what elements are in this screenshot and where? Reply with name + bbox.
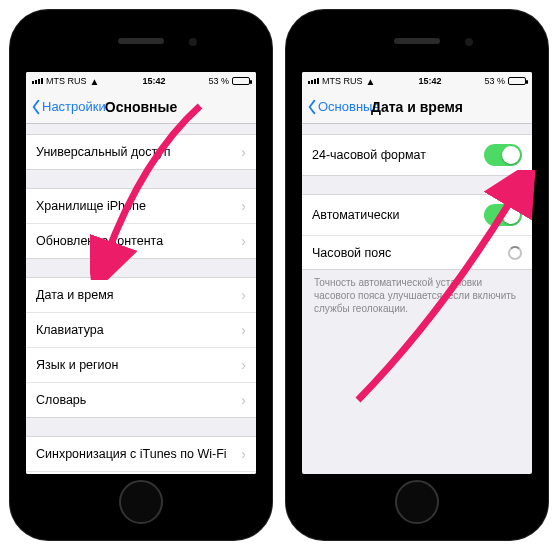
clock-label: 15:42 [418,76,441,86]
row-auto-time[interactable]: Автоматически [302,195,532,236]
row-vpn[interactable]: VPN Не подключено › [26,472,256,474]
status-bar: MTS RUS ▲ 15:42 53 % [26,72,256,90]
battery-pct-label: 53 % [208,76,229,86]
chevron-right-icon: › [241,198,246,214]
phone-speaker [394,38,440,44]
row-itunes-wifi-sync[interactable]: Синхронизация с iTunes по Wi-Fi › [26,437,256,472]
phone-camera [465,38,473,46]
status-bar: MTS RUS ▲ 15:42 53 % [302,72,532,90]
home-button[interactable] [119,480,163,524]
battery-icon [508,77,526,85]
signal-icon [308,78,319,84]
toggle-auto[interactable] [484,204,522,226]
clock-label: 15:42 [142,76,165,86]
chevron-left-icon [30,99,42,115]
back-button[interactable]: Настройки [26,99,106,115]
nav-bar: Настройки Основные [26,90,256,124]
spinner-icon [508,246,522,260]
row-accessibility[interactable]: Универсальный доступ › [26,135,256,169]
row-24h-format[interactable]: 24-часовой формат [302,135,532,175]
chevron-right-icon: › [241,357,246,373]
wifi-icon: ▲ [366,76,376,87]
nav-bar: Основные Дата и время [302,90,532,124]
home-button[interactable] [395,480,439,524]
settings-list[interactable]: Универсальный доступ › Хранилище iPhone … [26,124,256,474]
chevron-right-icon: › [241,322,246,338]
chevron-right-icon: › [241,446,246,462]
back-label: Основные [318,99,380,114]
chevron-left-icon [306,99,318,115]
row-keyboard[interactable]: Клавиатура › [26,313,256,348]
phone-speaker [118,38,164,44]
chevron-right-icon: › [241,233,246,249]
chevron-right-icon: › [241,144,246,160]
row-date-time[interactable]: Дата и время › [26,278,256,313]
chevron-right-icon: › [241,287,246,303]
row-dictionary[interactable]: Словарь › [26,383,256,417]
row-timezone[interactable]: Часовой пояс [302,236,532,269]
toggle-24h[interactable] [484,144,522,166]
carrier-label: MTS RUS [322,76,363,86]
row-storage[interactable]: Хранилище iPhone › [26,189,256,224]
footer-note: Точность автоматической установки часово… [302,270,532,315]
chevron-right-icon: › [241,392,246,408]
battery-icon [232,77,250,85]
back-button[interactable]: Основные [302,99,380,115]
phone-mockup-right: MTS RUS ▲ 15:42 53 % Основные Дата и вре… [286,10,548,540]
phone-camera [189,38,197,46]
signal-icon [32,78,43,84]
back-label: Настройки [42,99,106,114]
phone-mockup-left: MTS RUS ▲ 15:42 53 % Настройки Основные [10,10,272,540]
row-language-region[interactable]: Язык и регион › [26,348,256,383]
settings-list[interactable]: 24-часовой формат Автоматически Часовой … [302,124,532,474]
carrier-label: MTS RUS [46,76,87,86]
wifi-icon: ▲ [90,76,100,87]
row-background-refresh[interactable]: Обновление контента › [26,224,256,258]
battery-pct-label: 53 % [484,76,505,86]
